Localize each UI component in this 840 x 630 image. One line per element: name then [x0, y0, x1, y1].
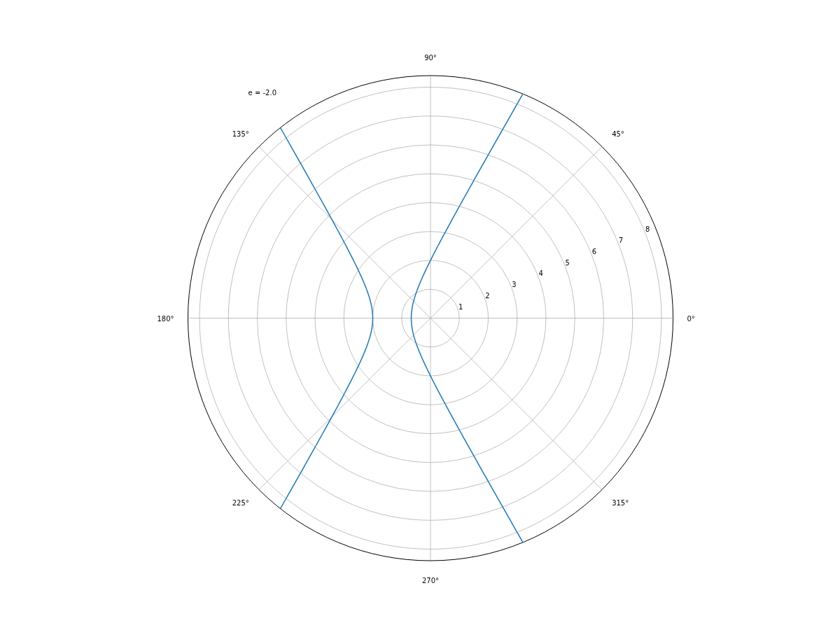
angle-tick-label: 135° [232, 130, 249, 138]
radial-tick-label: 7 [619, 237, 623, 244]
annotation-e: e = -2.0 [248, 89, 276, 97]
angle-tick-label: 225° [232, 499, 249, 507]
radial-tick-label: 6 [592, 248, 596, 255]
radial-tick-label: 1 [458, 303, 463, 311]
grid-spoke [259, 146, 430, 318]
radial-tick-label: 8 [645, 225, 650, 233]
grid-spoke [430, 318, 602, 490]
radial-tick-label: 4 [538, 270, 542, 277]
polar-chart: 0°45°90°135°180°225°270°315°12345678e = … [0, 0, 840, 630]
angle-tick-label: 90° [424, 54, 437, 62]
angle-tick-label: 270° [422, 577, 439, 584]
radial-tick-label: 3 [512, 281, 516, 288]
angle-tick-label: 45° [612, 130, 624, 138]
angle-tick-label: 180° [157, 315, 174, 323]
radial-tick-label: 2 [485, 292, 489, 300]
grid-spoke [430, 146, 602, 318]
angle-tick-label: 315° [612, 499, 629, 507]
grid-spoke [259, 318, 430, 490]
angle-tick-label: 0° [687, 315, 695, 323]
radial-tick-label: 5 [566, 259, 570, 267]
